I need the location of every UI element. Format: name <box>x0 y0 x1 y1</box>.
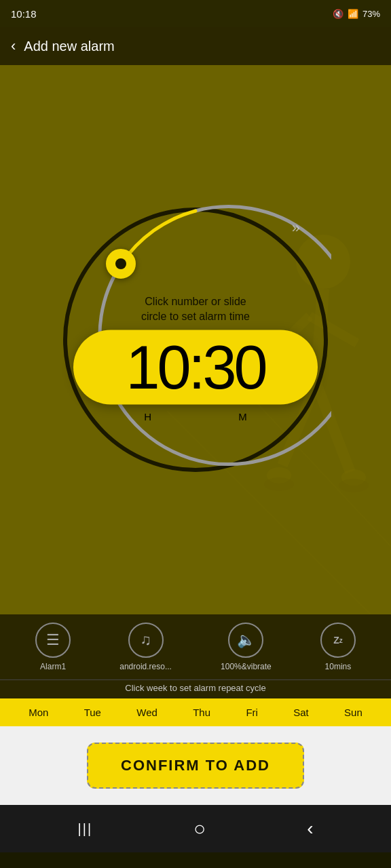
time-labels: H M <box>73 410 318 422</box>
volume-setting[interactable]: 🔈 100%&vibrate <box>221 623 272 671</box>
clock-container[interactable]: » Click number or slide circle to set al… <box>60 204 331 475</box>
wifi-icon: 📶 <box>348 9 358 19</box>
navigation-bar: ||| ○ ‹ <box>0 805 391 852</box>
minute-label: M <box>238 410 247 422</box>
svg-point-9 <box>339 479 369 492</box>
home-button[interactable]: ○ <box>193 817 206 840</box>
time-display-wrapper: Click number or slide circle to set alar… <box>73 294 318 396</box>
time-value: 10:30 <box>126 336 265 397</box>
status-icons: 🔇 📶 73% <box>333 9 380 19</box>
volume-label: 100%&vibrate <box>221 662 272 671</box>
minutes-display[interactable]: 30 <box>203 333 265 401</box>
alarm-name-setting[interactable]: ☰ Alarm1 <box>35 623 71 671</box>
confirm-section: CONFIRM TO ADD <box>0 726 391 805</box>
day-sun[interactable]: Sun <box>344 707 362 718</box>
snooze-label: 10mins <box>325 662 352 671</box>
header: ‹ Add new alarm <box>0 27 391 65</box>
recents-button[interactable]: ||| <box>77 821 92 837</box>
day-wed[interactable]: Wed <box>136 707 157 718</box>
week-hint: Click week to set alarm repeat cycle <box>0 679 391 696</box>
snooze-icon: Zz <box>320 623 356 658</box>
alarm-main: » Click number or slide circle to set al… <box>0 65 391 614</box>
ringtone-setting[interactable]: ♫ android.reso... <box>119 623 172 671</box>
battery-level: 73% <box>362 9 380 19</box>
handle-inner-dot <box>115 258 126 269</box>
time-pill[interactable]: 10:30 H M <box>73 330 318 404</box>
week-days-row: Mon Tue Wed Thu Fri Sat Sun <box>0 698 391 726</box>
volume-icon: 🔈 <box>228 623 263 658</box>
day-tue[interactable]: Tue <box>84 707 101 718</box>
svg-point-8 <box>264 477 294 491</box>
hours-display[interactable]: 10 <box>126 333 188 401</box>
day-thu[interactable]: Thu <box>193 707 210 718</box>
day-mon[interactable]: Mon <box>29 707 48 718</box>
day-fri[interactable]: Fri <box>246 707 258 718</box>
ringtone-icon: ♫ <box>128 623 164 658</box>
clock-hint: Click number or slide circle to set alar… <box>73 294 318 325</box>
fast-forward-icon[interactable]: » <box>292 219 297 237</box>
hour-label: H <box>144 410 151 422</box>
clock-handle[interactable] <box>106 249 136 279</box>
back-button[interactable]: ‹ <box>11 37 16 55</box>
page-title: Add new alarm <box>24 39 114 54</box>
mute-icon: 🔇 <box>333 9 343 19</box>
status-time: 10:18 <box>11 8 37 20</box>
back-nav-button[interactable]: ‹ <box>307 818 313 840</box>
snooze-setting[interactable]: Zz 10mins <box>320 623 356 671</box>
settings-icons-row: ☰ Alarm1 ♫ android.reso... 🔈 100%&vibrat… <box>0 623 391 677</box>
ringtone-label: android.reso... <box>119 662 172 671</box>
day-sat[interactable]: Sat <box>293 707 309 718</box>
alarm-name-icon: ☰ <box>35 623 71 658</box>
confirm-to-add-button[interactable]: CONFIRM TO ADD <box>87 743 304 789</box>
settings-bar: ☰ Alarm1 ♫ android.reso... 🔈 100%&vibrat… <box>0 614 391 726</box>
alarm-name-label: Alarm1 <box>40 662 66 671</box>
status-bar: 10:18 🔇 📶 73% <box>0 0 391 27</box>
colon-separator: : <box>188 333 202 401</box>
